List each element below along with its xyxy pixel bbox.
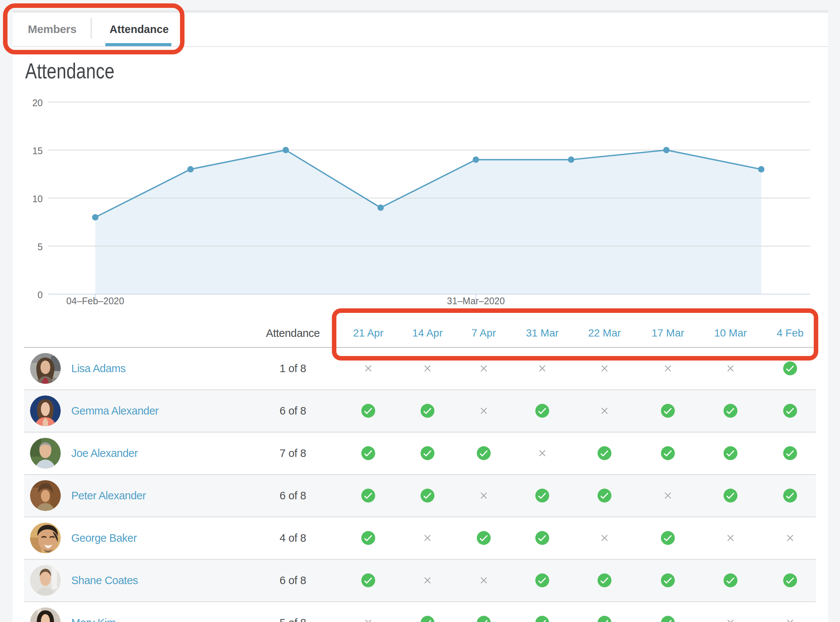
svg-text:31–Mar–2020: 31–Mar–2020	[447, 296, 505, 306]
svg-text:04–Feb–2020: 04–Feb–2020	[66, 296, 124, 306]
svg-text:10: 10	[32, 194, 43, 204]
svg-text:5: 5	[38, 242, 43, 252]
svg-text:15: 15	[32, 146, 43, 156]
svg-text:0: 0	[38, 290, 43, 300]
svg-text:20: 20	[32, 98, 43, 108]
